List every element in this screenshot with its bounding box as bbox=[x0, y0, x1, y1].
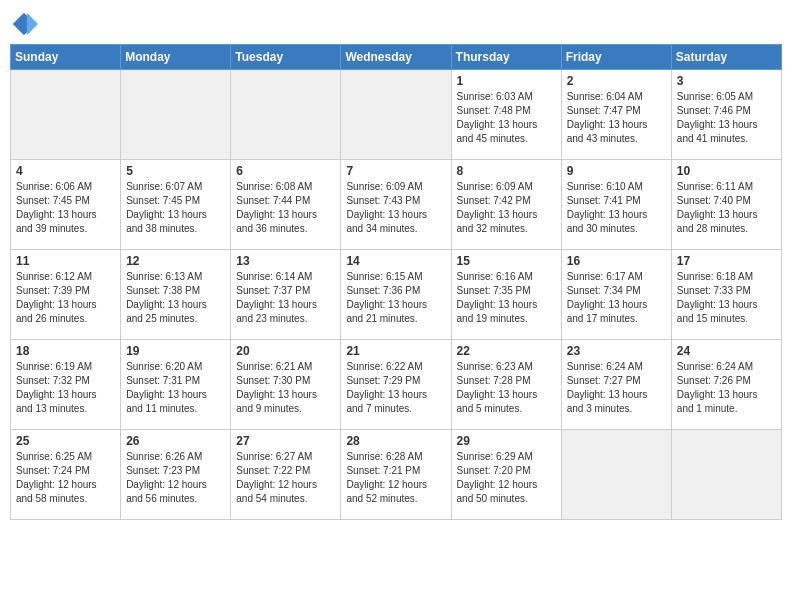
day-info: Sunrise: 6:27 AM Sunset: 7:22 PM Dayligh… bbox=[236, 450, 335, 506]
day-info: Sunrise: 6:12 AM Sunset: 7:39 PM Dayligh… bbox=[16, 270, 115, 326]
day-header-tuesday: Tuesday bbox=[231, 45, 341, 70]
day-number: 9 bbox=[567, 164, 666, 178]
day-info: Sunrise: 6:29 AM Sunset: 7:20 PM Dayligh… bbox=[457, 450, 556, 506]
calendar-cell: 12Sunrise: 6:13 AM Sunset: 7:38 PM Dayli… bbox=[121, 250, 231, 340]
calendar-cell: 24Sunrise: 6:24 AM Sunset: 7:26 PM Dayli… bbox=[671, 340, 781, 430]
day-number: 6 bbox=[236, 164, 335, 178]
calendar-cell bbox=[231, 70, 341, 160]
day-header-saturday: Saturday bbox=[671, 45, 781, 70]
calendar-header-row: SundayMondayTuesdayWednesdayThursdayFrid… bbox=[11, 45, 782, 70]
day-number: 1 bbox=[457, 74, 556, 88]
day-info: Sunrise: 6:28 AM Sunset: 7:21 PM Dayligh… bbox=[346, 450, 445, 506]
day-number: 21 bbox=[346, 344, 445, 358]
calendar-week-row: 1Sunrise: 6:03 AM Sunset: 7:48 PM Daylig… bbox=[11, 70, 782, 160]
calendar-week-row: 11Sunrise: 6:12 AM Sunset: 7:39 PM Dayli… bbox=[11, 250, 782, 340]
day-info: Sunrise: 6:09 AM Sunset: 7:42 PM Dayligh… bbox=[457, 180, 556, 236]
calendar-cell: 21Sunrise: 6:22 AM Sunset: 7:29 PM Dayli… bbox=[341, 340, 451, 430]
calendar-cell: 16Sunrise: 6:17 AM Sunset: 7:34 PM Dayli… bbox=[561, 250, 671, 340]
calendar-cell: 26Sunrise: 6:26 AM Sunset: 7:23 PM Dayli… bbox=[121, 430, 231, 520]
day-info: Sunrise: 6:09 AM Sunset: 7:43 PM Dayligh… bbox=[346, 180, 445, 236]
calendar-cell: 14Sunrise: 6:15 AM Sunset: 7:36 PM Dayli… bbox=[341, 250, 451, 340]
day-number: 22 bbox=[457, 344, 556, 358]
calendar-cell: 15Sunrise: 6:16 AM Sunset: 7:35 PM Dayli… bbox=[451, 250, 561, 340]
calendar-cell bbox=[561, 430, 671, 520]
day-info: Sunrise: 6:05 AM Sunset: 7:46 PM Dayligh… bbox=[677, 90, 776, 146]
logo-icon bbox=[10, 10, 38, 38]
calendar-cell: 17Sunrise: 6:18 AM Sunset: 7:33 PM Dayli… bbox=[671, 250, 781, 340]
calendar-cell: 3Sunrise: 6:05 AM Sunset: 7:46 PM Daylig… bbox=[671, 70, 781, 160]
day-info: Sunrise: 6:26 AM Sunset: 7:23 PM Dayligh… bbox=[126, 450, 225, 506]
calendar-cell: 13Sunrise: 6:14 AM Sunset: 7:37 PM Dayli… bbox=[231, 250, 341, 340]
calendar-cell: 23Sunrise: 6:24 AM Sunset: 7:27 PM Dayli… bbox=[561, 340, 671, 430]
day-info: Sunrise: 6:15 AM Sunset: 7:36 PM Dayligh… bbox=[346, 270, 445, 326]
calendar-cell: 19Sunrise: 6:20 AM Sunset: 7:31 PM Dayli… bbox=[121, 340, 231, 430]
calendar-cell bbox=[121, 70, 231, 160]
calendar-cell: 22Sunrise: 6:23 AM Sunset: 7:28 PM Dayli… bbox=[451, 340, 561, 430]
calendar-cell: 6Sunrise: 6:08 AM Sunset: 7:44 PM Daylig… bbox=[231, 160, 341, 250]
day-number: 12 bbox=[126, 254, 225, 268]
day-number: 2 bbox=[567, 74, 666, 88]
day-number: 18 bbox=[16, 344, 115, 358]
calendar-cell: 10Sunrise: 6:11 AM Sunset: 7:40 PM Dayli… bbox=[671, 160, 781, 250]
day-number: 28 bbox=[346, 434, 445, 448]
day-info: Sunrise: 6:08 AM Sunset: 7:44 PM Dayligh… bbox=[236, 180, 335, 236]
day-number: 25 bbox=[16, 434, 115, 448]
calendar-week-row: 25Sunrise: 6:25 AM Sunset: 7:24 PM Dayli… bbox=[11, 430, 782, 520]
calendar-week-row: 4Sunrise: 6:06 AM Sunset: 7:45 PM Daylig… bbox=[11, 160, 782, 250]
calendar-body: 1Sunrise: 6:03 AM Sunset: 7:48 PM Daylig… bbox=[11, 70, 782, 520]
calendar-cell bbox=[671, 430, 781, 520]
page-header bbox=[10, 10, 782, 38]
calendar-cell: 4Sunrise: 6:06 AM Sunset: 7:45 PM Daylig… bbox=[11, 160, 121, 250]
day-info: Sunrise: 6:13 AM Sunset: 7:38 PM Dayligh… bbox=[126, 270, 225, 326]
day-info: Sunrise: 6:11 AM Sunset: 7:40 PM Dayligh… bbox=[677, 180, 776, 236]
day-info: Sunrise: 6:21 AM Sunset: 7:30 PM Dayligh… bbox=[236, 360, 335, 416]
calendar-cell: 18Sunrise: 6:19 AM Sunset: 7:32 PM Dayli… bbox=[11, 340, 121, 430]
day-info: Sunrise: 6:04 AM Sunset: 7:47 PM Dayligh… bbox=[567, 90, 666, 146]
day-info: Sunrise: 6:10 AM Sunset: 7:41 PM Dayligh… bbox=[567, 180, 666, 236]
day-number: 27 bbox=[236, 434, 335, 448]
day-number: 14 bbox=[346, 254, 445, 268]
calendar-cell: 9Sunrise: 6:10 AM Sunset: 7:41 PM Daylig… bbox=[561, 160, 671, 250]
day-number: 23 bbox=[567, 344, 666, 358]
calendar-cell: 7Sunrise: 6:09 AM Sunset: 7:43 PM Daylig… bbox=[341, 160, 451, 250]
day-info: Sunrise: 6:24 AM Sunset: 7:27 PM Dayligh… bbox=[567, 360, 666, 416]
day-header-monday: Monday bbox=[121, 45, 231, 70]
day-number: 3 bbox=[677, 74, 776, 88]
day-info: Sunrise: 6:06 AM Sunset: 7:45 PM Dayligh… bbox=[16, 180, 115, 236]
day-header-thursday: Thursday bbox=[451, 45, 561, 70]
calendar-cell: 25Sunrise: 6:25 AM Sunset: 7:24 PM Dayli… bbox=[11, 430, 121, 520]
calendar-cell: 2Sunrise: 6:04 AM Sunset: 7:47 PM Daylig… bbox=[561, 70, 671, 160]
day-number: 16 bbox=[567, 254, 666, 268]
calendar-week-row: 18Sunrise: 6:19 AM Sunset: 7:32 PM Dayli… bbox=[11, 340, 782, 430]
calendar-cell: 20Sunrise: 6:21 AM Sunset: 7:30 PM Dayli… bbox=[231, 340, 341, 430]
calendar-cell: 5Sunrise: 6:07 AM Sunset: 7:45 PM Daylig… bbox=[121, 160, 231, 250]
day-number: 8 bbox=[457, 164, 556, 178]
day-header-friday: Friday bbox=[561, 45, 671, 70]
day-number: 15 bbox=[457, 254, 556, 268]
calendar-cell: 8Sunrise: 6:09 AM Sunset: 7:42 PM Daylig… bbox=[451, 160, 561, 250]
day-info: Sunrise: 6:03 AM Sunset: 7:48 PM Dayligh… bbox=[457, 90, 556, 146]
day-number: 10 bbox=[677, 164, 776, 178]
calendar-cell bbox=[341, 70, 451, 160]
calendar-cell: 11Sunrise: 6:12 AM Sunset: 7:39 PM Dayli… bbox=[11, 250, 121, 340]
day-number: 26 bbox=[126, 434, 225, 448]
svg-marker-1 bbox=[27, 13, 38, 35]
day-info: Sunrise: 6:17 AM Sunset: 7:34 PM Dayligh… bbox=[567, 270, 666, 326]
day-number: 19 bbox=[126, 344, 225, 358]
logo bbox=[10, 10, 42, 38]
calendar-cell: 29Sunrise: 6:29 AM Sunset: 7:20 PM Dayli… bbox=[451, 430, 561, 520]
day-info: Sunrise: 6:20 AM Sunset: 7:31 PM Dayligh… bbox=[126, 360, 225, 416]
calendar-cell: 27Sunrise: 6:27 AM Sunset: 7:22 PM Dayli… bbox=[231, 430, 341, 520]
day-info: Sunrise: 6:22 AM Sunset: 7:29 PM Dayligh… bbox=[346, 360, 445, 416]
calendar-table: SundayMondayTuesdayWednesdayThursdayFrid… bbox=[10, 44, 782, 520]
day-number: 11 bbox=[16, 254, 115, 268]
day-header-wednesday: Wednesday bbox=[341, 45, 451, 70]
day-info: Sunrise: 6:16 AM Sunset: 7:35 PM Dayligh… bbox=[457, 270, 556, 326]
day-number: 20 bbox=[236, 344, 335, 358]
day-info: Sunrise: 6:23 AM Sunset: 7:28 PM Dayligh… bbox=[457, 360, 556, 416]
day-info: Sunrise: 6:18 AM Sunset: 7:33 PM Dayligh… bbox=[677, 270, 776, 326]
day-number: 13 bbox=[236, 254, 335, 268]
day-number: 17 bbox=[677, 254, 776, 268]
day-info: Sunrise: 6:25 AM Sunset: 7:24 PM Dayligh… bbox=[16, 450, 115, 506]
calendar-cell bbox=[11, 70, 121, 160]
